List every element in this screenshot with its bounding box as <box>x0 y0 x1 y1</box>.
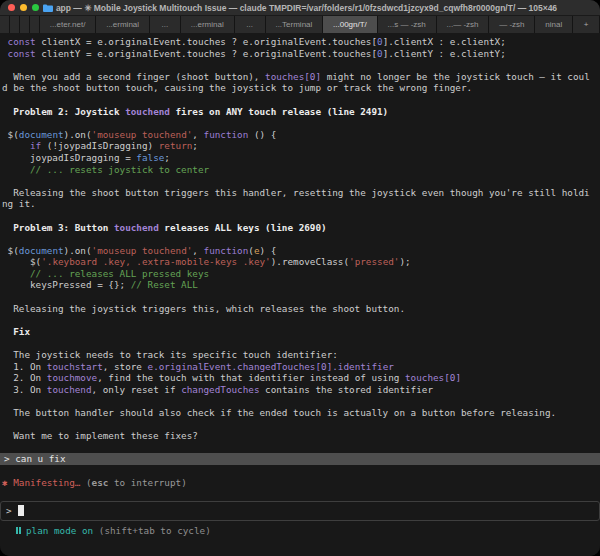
tab[interactable] <box>20 16 30 33</box>
tab-bar: ...eter.net/...erminal......erminal.....… <box>0 16 600 33</box>
prompt-symbol: > <box>6 505 12 517</box>
window-title-text: app — ✳ Mobile Joystick Multitouch Issue… <box>56 3 557 13</box>
terminal-line: d be the shoot button touch, causing the… <box>2 82 598 94</box>
terminal-line: ✱ Manifesting… (esc to interrupt) <box>2 477 598 489</box>
terminal-line <box>2 337 598 349</box>
title-bar[interactable]: app — ✳ Mobile Joystick Multitouch Issue… <box>0 0 600 16</box>
zoom-button[interactable] <box>32 4 39 11</box>
terminal-line: $(document).on('mouseup touchend', funct… <box>2 129 598 141</box>
text-cursor <box>18 505 24 516</box>
window-title: app — ✳ Mobile Joystick Multitouch Issue… <box>43 3 557 13</box>
terminal-line: 2. On touchmove, find the touch with tha… <box>2 372 598 384</box>
terminal-line: When you add a second finger (shoot butt… <box>2 71 598 83</box>
terminal-line: const clientX = e.originalEvent.touches … <box>2 36 598 48</box>
terminal-line: joypadIsDragging = false; <box>2 152 598 164</box>
terminal-line: keysPressed = {}; // Reset ALL <box>2 279 598 291</box>
terminal-line: Fix <box>2 326 598 338</box>
new-tab-button[interactable]: + <box>573 16 600 33</box>
minimize-button[interactable] <box>20 4 27 11</box>
tab[interactable]: ...eter.net/ <box>40 16 96 33</box>
tab[interactable]: ...s — -zsh <box>378 16 437 33</box>
terminal-content[interactable]: const clientX = e.originalEvent.touches … <box>0 33 600 556</box>
terminal-line: if (!joypadIsDragging) return; <box>2 140 598 152</box>
tab[interactable]: ...00gn/T/ <box>323 16 378 33</box>
terminal-line <box>2 175 598 187</box>
folder-icon <box>43 4 53 12</box>
terminal-line: The joystick needs to track its specific… <box>2 349 598 361</box>
tab[interactable] <box>10 16 20 33</box>
terminal-line: const clientY = e.originalEvent.touches … <box>2 48 598 60</box>
terminal-line <box>2 419 598 431</box>
terminal-line: $('.keyboard .key, .extra-mobile-keys .k… <box>2 256 598 268</box>
user-message-row: > can u fix <box>0 453 600 465</box>
tab[interactable]: ...erminal <box>96 16 150 33</box>
terminal-line: The button handler should also check if … <box>2 407 598 419</box>
tab[interactable]: ...— -zsh <box>437 16 490 33</box>
tab[interactable]: ...erminal <box>181 16 235 33</box>
terminal-line: 1. On touchstart, store e.originalEvent.… <box>2 361 598 373</box>
terminal-line: Problem 2: Joystick touchend fires on AN… <box>2 106 598 118</box>
terminal-line <box>2 465 598 477</box>
pause-icon <box>16 527 18 534</box>
terminal-line <box>2 210 598 222</box>
terminal-lines: const clientX = e.originalEvent.touches … <box>2 36 598 500</box>
tab[interactable] <box>0 16 10 33</box>
terminal-line: $(document).on('mouseup touchend', funct… <box>2 245 598 257</box>
terminal-line: Releasing the joystick triggers this, wh… <box>2 303 598 315</box>
terminal-line <box>2 442 598 454</box>
plan-mode-label: plan mode on <box>26 525 93 537</box>
terminal-line: // ... resets joystick to center <box>2 164 598 176</box>
tab[interactable]: ninal <box>535 16 573 33</box>
tab[interactable]: ... <box>235 16 266 33</box>
terminal-line: Releasing the shoot button triggers this… <box>2 187 598 199</box>
terminal-window: app — ✳ Mobile Joystick Multitouch Issue… <box>0 0 600 556</box>
close-button[interactable] <box>8 4 15 11</box>
terminal-line <box>2 488 598 500</box>
terminal-line <box>2 117 598 129</box>
terminal-line: 3. On touchend, only reset if changedTou… <box>2 384 598 396</box>
terminal-line: ng it. <box>2 198 598 210</box>
status-bar: plan mode on (shift+tab to cycle) <box>2 521 598 537</box>
tab[interactable]: — -zsh <box>489 16 535 33</box>
terminal-line: Problem 3: Button touchend releases ALL … <box>2 222 598 234</box>
tab[interactable]: ...Terminal <box>266 16 324 33</box>
terminal-line: Want me to implement these fixes? <box>2 430 598 442</box>
terminal-line: // ... releases ALL pressed keys <box>2 268 598 280</box>
terminal-line <box>2 291 598 303</box>
terminal-line <box>2 94 598 106</box>
plan-mode-hint-text: (shift+tab to cycle) <box>99 525 211 537</box>
terminal-line <box>2 233 598 245</box>
terminal-line <box>2 395 598 407</box>
terminal-line <box>2 59 598 71</box>
traffic-lights <box>8 4 39 11</box>
tab[interactable] <box>30 16 40 33</box>
tab[interactable]: ... <box>150 16 181 33</box>
terminal-line <box>2 314 598 326</box>
prompt-input[interactable]: > <box>0 501 600 521</box>
